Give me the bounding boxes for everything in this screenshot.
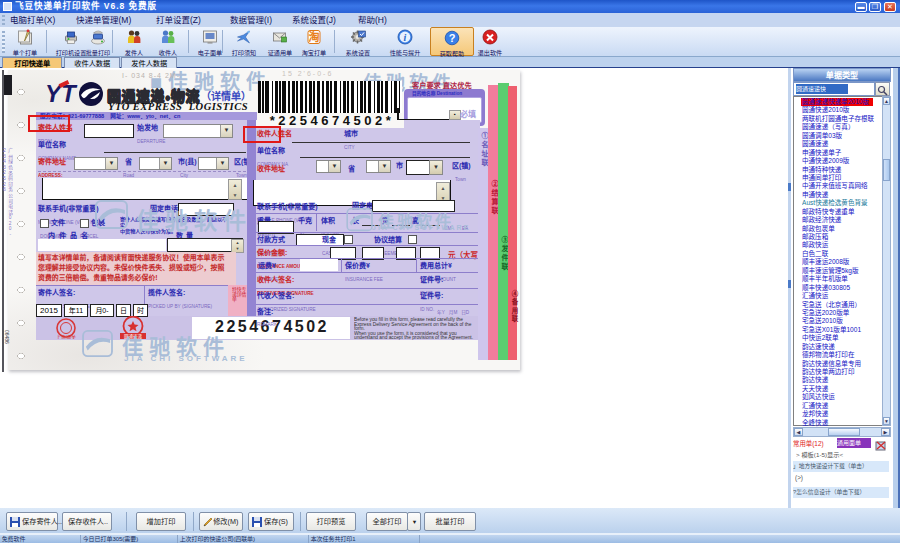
svg-text:?: ? — [449, 32, 456, 44]
svg-text:淘: 淘 — [309, 30, 320, 43]
svg-text:上海通关: 上海通关 — [56, 334, 76, 340]
svg-text:i: i — [404, 32, 407, 43]
